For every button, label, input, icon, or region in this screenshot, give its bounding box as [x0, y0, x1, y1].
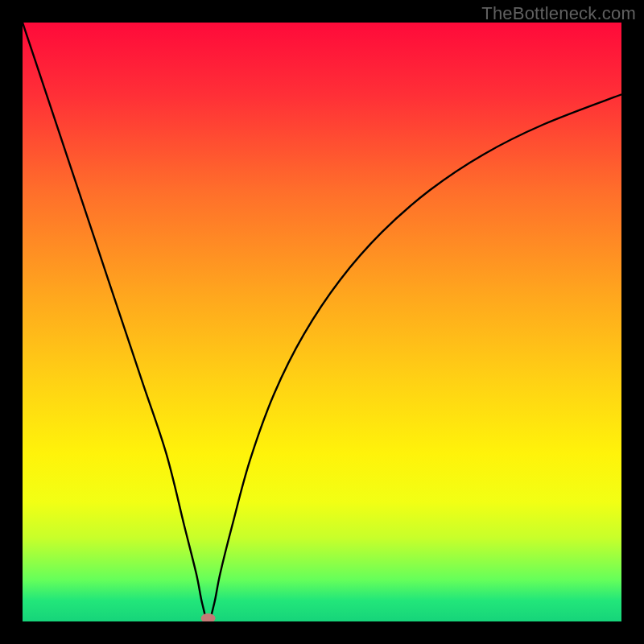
chart-background [23, 23, 621, 621]
chart-frame [23, 23, 621, 621]
watermark-text: TheBottleneck.com [481, 3, 636, 24]
bottleneck-chart [23, 23, 621, 621]
